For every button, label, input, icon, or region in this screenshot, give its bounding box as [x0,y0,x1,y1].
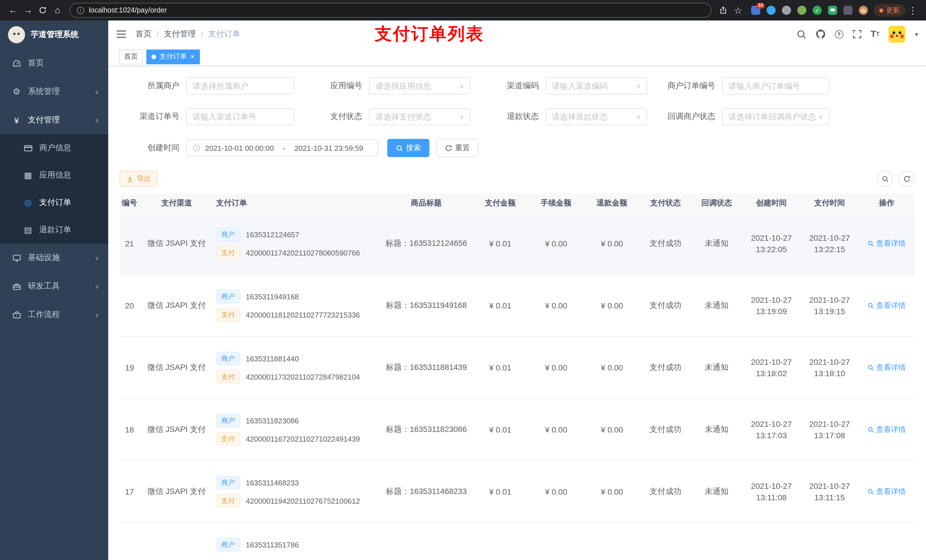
view-detail-link[interactable]: 查看详情 [868,300,906,311]
user-avatar[interactable] [889,26,906,43]
notify-status-filter-select[interactable]: ∨ [722,108,829,125]
refund-status-filter-select[interactable]: ∨ [546,108,647,125]
order-table-row: 19微信 JSAPI 支付商户1635311881440支付4200001173… [120,337,915,398]
tab-home[interactable]: 首页 [119,49,143,64]
view-detail-link[interactable]: 查看详情 [868,238,906,249]
create-time-range-picker[interactable]: 2021-10-01 00:00:00 - 2021-10-31 23:59:5… [186,139,378,157]
merchant-order-no-filter-input[interactable] [722,77,829,95]
site-info-icon[interactable]: i [77,6,84,14]
create-date: 2021-10-27 [742,418,800,430]
merchant-filter-input[interactable] [186,77,294,95]
sidebar-item-devtools[interactable]: 研发工具 ∨ [0,272,108,300]
sidebar-item-app-info[interactable]: ▦ 应用信息 [0,162,108,189]
view-detail-link[interactable]: 查看详情 [868,424,906,435]
merchant-filter: 所属商户 [120,77,294,95]
github-icon[interactable] [815,29,826,39]
create-time-cell: 2021-10-2713:22:05 [742,213,800,275]
refund-status-text-input[interactable] [552,112,634,121]
browser-refresh-button[interactable] [35,3,50,18]
breadcrumb-home[interactable]: 首页 [136,29,151,39]
profile-avatar-icon[interactable] [859,6,868,15]
sidebar-item-label: 支付订单 [39,198,71,208]
product-title-cell: 标题：1635311468233 [380,461,472,523]
extension-puzzle-icon[interactable] [843,6,853,15]
sidebar-item-infra[interactable]: 基础设施 ∨ [0,244,108,272]
reset-button[interactable]: 重置 [436,139,478,157]
extension-check-icon[interactable]: ✓ [813,6,822,15]
refund-amount-cell: ¥ 0.00 [584,275,640,337]
merchant-order-no: 1635311881440 [246,354,299,363]
extension-chat-icon[interactable] [828,6,837,15]
extension-globe-icon[interactable] [782,6,791,15]
product-title-cell: 标题：1635312124656 [380,213,472,275]
browser-update-button[interactable]: 更新 [874,4,905,17]
column-header: 编号 [120,193,139,213]
merchant-tag: 商户 [216,414,240,427]
extension-pin-icon[interactable]: 10 [751,6,760,15]
extension-circle-icon[interactable] [797,6,806,15]
merchant-filter-text-input[interactable] [192,82,288,91]
sidebar-item-merchant-info[interactable]: 商户信息 [0,134,108,162]
notify-status-text-input[interactable] [728,112,816,121]
export-button[interactable]: 导出 [120,171,158,187]
fullscreen-icon[interactable] [852,30,861,39]
notify-status-cell [691,523,742,560]
channel-order-no-text-input[interactable] [192,112,288,121]
browser-address-bar[interactable]: i localhost:1024/pay/order [70,3,711,18]
refund-amount-cell [584,523,640,560]
pay-channel-cell: 微信 JSAPI 支付 [139,275,214,337]
browser-forward-button[interactable]: → [21,3,35,18]
merchant-tag: 商户 [216,538,240,551]
merchant-order-no-text-input[interactable] [728,82,823,91]
search-icon [868,488,875,495]
sidebar-item-refund-order[interactable]: ▤ 退款订单 [0,216,108,244]
browser-menu-button[interactable]: ⋮ [905,3,920,18]
sidebar-item-home[interactable]: 首页 [0,49,108,77]
target-icon: ◎ [22,198,34,208]
channel-pay-no: 4200001181202110277723215336 [246,311,360,319]
pay-amount-cell: ¥ 0.01 [472,461,528,523]
sidebar-item-label: 工作流程 [28,309,60,320]
close-icon[interactable]: × [190,53,195,60]
sidebar-item-payment[interactable]: ¥ 支付管理 ∧ [0,106,108,134]
toggle-search-button[interactable] [877,171,893,187]
view-detail-link[interactable]: 查看详情 [868,362,906,373]
sidebar-item-label: 应用信息 [39,170,71,180]
help-icon[interactable]: ? [835,30,843,38]
bookmark-star-icon[interactable]: ☆ [731,3,746,18]
pay-amount-cell: ¥ 0.01 [472,398,528,461]
browser-extensions: 10 ✓ [751,6,868,15]
share-icon[interactable] [716,3,731,18]
extension-drop-icon[interactable] [767,6,776,15]
order-table-row: 20微信 JSAPI 支付商户1635311949168支付4200001181… [120,275,915,337]
channel-order-no-filter-input[interactable] [186,108,294,125]
fee-amount-cell [528,523,584,560]
view-detail-link[interactable]: 查看详情 [868,487,906,497]
search-icon[interactable] [796,29,806,39]
avatar-caret-icon[interactable]: ▾ [915,30,918,38]
fee-amount-cell: ¥ 0.00 [528,275,584,337]
browser-back-button[interactable]: ← [6,3,21,18]
sidebar-item-label: 退款订单 [39,225,71,235]
sidebar-item-workflow[interactable]: 工作流程 ∨ [0,300,108,329]
search-button[interactable]: 搜索 [387,139,430,157]
sidebar-item-pay-order[interactable]: ◎ 支付订单 [0,189,108,216]
merchant-tag: 商户 [216,352,240,365]
search-icon [396,144,403,152]
pay-status-text-input[interactable] [375,112,457,121]
breadcrumb-pay-management[interactable]: 支付管理 [164,29,196,39]
font-size-icon[interactable]: TT [870,30,879,39]
pay-status-filter-select[interactable]: ∨ [369,108,471,125]
browser-home-button[interactable]: ⌂ [50,3,65,18]
breadcrumb-current: 支付订单 [209,29,240,39]
app-no-filter-text-input[interactable] [375,82,457,91]
refresh-icon [903,175,910,183]
channel-code-filter-text-input[interactable] [552,82,634,91]
app-logo-row[interactable]: 芋道管理系统 [0,21,108,49]
app-no-filter-select[interactable]: ∨ [369,77,471,95]
sidebar-item-system[interactable]: ⚙ 系统管理 ∨ [0,77,108,106]
refresh-table-button[interactable] [899,171,915,187]
hamburger-menu-icon[interactable] [116,30,126,39]
tab-pay-order[interactable]: 支付订单 × [146,49,200,64]
channel-code-filter-select[interactable]: ∨ [546,77,647,95]
